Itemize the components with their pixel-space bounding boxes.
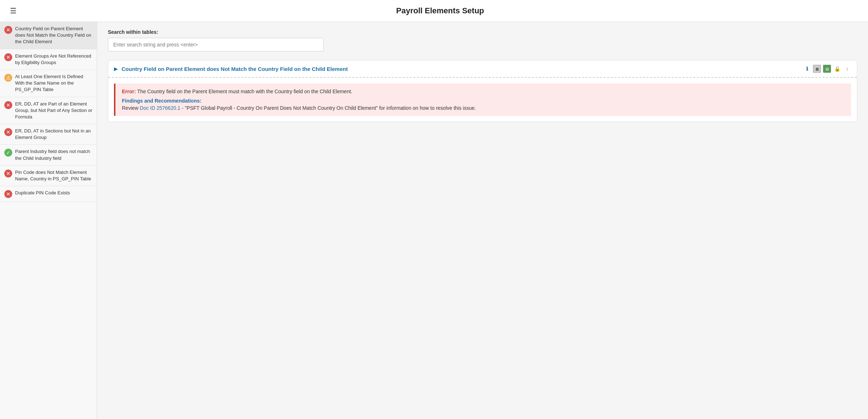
main-content: Search within tables: ▶ Country Field on… <box>97 22 868 419</box>
sidebar-item-icon-country-field: ✕ <box>4 26 12 34</box>
section-action-icons: ℹ ▦ ▤ 🔒 ↕ <box>803 65 851 73</box>
sidebar-item-label-parent-industry: Parent Industry field does not match the… <box>15 148 92 161</box>
sidebar-item-duplicate-pin[interactable]: ✕Duplicate PIN Code Exists <box>0 186 97 202</box>
page-title: Payroll Elements Setup <box>19 6 861 15</box>
sidebar-item-element-groups[interactable]: ✕Element Groups Are Not Referenced by El… <box>0 49 97 70</box>
sidebar-item-label-er-dd-at-sections: ER, DD, AT in Sections but Not in an Ele… <box>15 128 92 141</box>
app-header: ☰ Payroll Elements Setup <box>0 0 868 22</box>
sort-icon[interactable]: ↕ <box>843 65 851 73</box>
section-card: ▶ Country Field on Parent Element does N… <box>108 60 857 122</box>
sidebar-item-label-duplicate-pin: Duplicate PIN Code Exists <box>15 190 70 196</box>
findings-label: Findings and Recommendations: <box>122 98 845 104</box>
sidebar-item-parent-industry[interactable]: ✓Parent Industry field does not match th… <box>0 145 97 165</box>
hamburger-button[interactable]: ☰ <box>7 5 19 17</box>
section-header: ▶ Country Field on Parent Element does N… <box>108 60 857 78</box>
sidebar-item-icon-duplicate-pin: ✕ <box>4 190 12 198</box>
sidebar: ✕Country Field on Parent Element does No… <box>0 22 97 419</box>
search-label: Search within tables: <box>108 29 857 35</box>
sidebar-item-at-least-one[interactable]: ⚠At Least One Element Is Defined With th… <box>0 70 97 97</box>
sidebar-item-icon-at-least-one: ⚠ <box>4 74 12 82</box>
sidebar-item-icon-er-dd-at-sections: ✕ <box>4 128 12 136</box>
sidebar-item-country-field[interactable]: ✕Country Field on Parent Element does No… <box>0 22 97 49</box>
error-line: Error: The Country field on the Parent E… <box>122 89 845 94</box>
sidebar-item-icon-pin-code: ✕ <box>4 170 12 177</box>
error-panel: Error: The Country field on the Parent E… <box>114 84 851 116</box>
hamburger-icon: ☰ <box>10 7 17 15</box>
sidebar-item-label-er-dd-at-element-group: ER, DD, AT are Part of an Element Group,… <box>15 101 92 121</box>
sidebar-item-icon-element-groups: ✕ <box>4 53 12 61</box>
section-toggle-icon[interactable]: ▶ <box>114 66 118 72</box>
sidebar-item-icon-parent-industry: ✓ <box>4 149 12 157</box>
sidebar-item-er-dd-at-element-group[interactable]: ✕ER, DD, AT are Part of an Element Group… <box>0 97 97 125</box>
error-label: Error: <box>122 89 136 94</box>
main-layout: ✕Country Field on Parent Element does No… <box>0 22 868 419</box>
findings-doc-link[interactable]: Doc ID 2576620.1 <box>140 105 181 111</box>
sidebar-item-label-country-field: Country Field on Parent Element does Not… <box>15 26 92 45</box>
findings-text: Review Doc ID 2576620.1 - "PSFT Global P… <box>122 105 845 111</box>
sidebar-item-pin-code[interactable]: ✕Pin Code does Not Match Element Name, C… <box>0 166 97 186</box>
findings-text-after: - "PSFT Global Payroll - Country On Pare… <box>181 105 476 111</box>
sidebar-item-label-at-least-one: At Least One Element Is Defined With the… <box>15 73 92 93</box>
error-message: The Country field on the Parent Element … <box>137 89 352 94</box>
section-title: Country Field on Parent Element does Not… <box>122 66 799 72</box>
sidebar-item-label-element-groups: Element Groups Are Not Referenced by Eli… <box>15 53 92 66</box>
sidebar-item-er-dd-at-sections[interactable]: ✕ER, DD, AT in Sections but Not in an El… <box>0 124 97 145</box>
info-icon[interactable]: ℹ <box>803 65 811 73</box>
table-view-icon[interactable]: ▦ <box>813 65 821 73</box>
search-input[interactable] <box>108 38 324 51</box>
lock-icon[interactable]: 🔒 <box>833 65 841 73</box>
grid-view-icon[interactable]: ▤ <box>823 65 831 73</box>
findings-text-before: Review <box>122 105 140 111</box>
sidebar-item-icon-er-dd-at-element-group: ✕ <box>4 101 12 109</box>
sidebar-item-label-pin-code: Pin Code does Not Match Element Name, Co… <box>15 169 92 182</box>
